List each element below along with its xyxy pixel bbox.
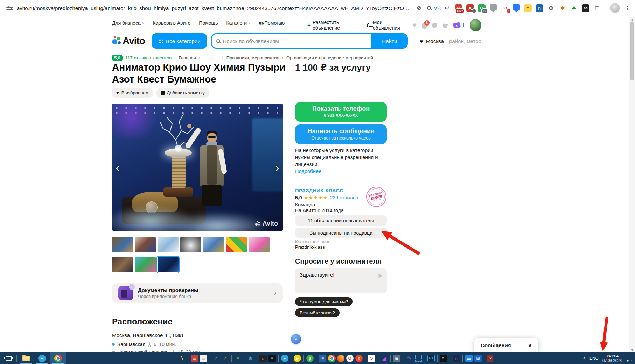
breadcrumb-item[interactable]: Праздники, мероприятия [226, 55, 279, 60]
gallery-thumbnail[interactable] [135, 257, 156, 272]
all-categories-button[interactable]: Все категории [152, 33, 207, 49]
gallery-thumbnail[interactable] [226, 237, 247, 252]
s-app-icon[interactable]: S [368, 354, 376, 362]
tools-x-icon[interactable]: × [487, 354, 493, 362]
avito-logo[interactable]: Avito [112, 35, 148, 47]
scroll-up-arrow[interactable]: ▲ [629, 18, 635, 22]
page-scrollbar[interactable]: ▲ ▼ [629, 17, 635, 352]
favorite-button[interactable]: ♥ В избранном [112, 88, 153, 98]
green-ext-icon[interactable]: G 10 [477, 4, 486, 12]
globe-ext-icon[interactable]: ⊕ [547, 4, 555, 12]
sep[interactable] [449, 354, 451, 362]
scroll-down-arrow[interactable]: ▼ [629, 348, 635, 352]
messages-panel[interactable]: Сообщения ∧ [474, 338, 538, 352]
sep[interactable] [302, 354, 305, 362]
gallery-thumbnail[interactable] [112, 237, 133, 252]
gallery-thumbnail[interactable] [158, 257, 179, 272]
telegram-pinned-button[interactable]: ▸ [34, 352, 50, 364]
action-center-icon[interactable] [626, 356, 632, 361]
red-ext-icon[interactable]: A 1 [466, 4, 474, 12]
gallery-next-button[interactable]: › [275, 162, 279, 173]
address-bar[interactable]: avito.ru/moskva/predlozheniya_uslug/anim… [17, 5, 412, 11]
nav-career[interactable]: Карьера в Авито [153, 20, 190, 26]
back-arrow-ext-icon[interactable]: ↩ [443, 4, 451, 12]
headphones-icon[interactable]: ∩ [452, 354, 460, 362]
feather-icon[interactable]: ✎ [405, 354, 413, 362]
site-settings-icon[interactable] [6, 6, 13, 11]
mail-checker-icon[interactable]: ✉ 6922 [454, 4, 463, 12]
flash-icon[interactable]: ϟ [178, 354, 186, 362]
send-icon[interactable]: ▶ [378, 272, 383, 279]
seller-reviews-link[interactable]: 239 отзывов [330, 195, 358, 200]
notes-ext-icon[interactable]: ≡ [524, 4, 532, 12]
document-icon[interactable]: ≣ [200, 354, 208, 362]
chrome-pinned-button[interactable] [50, 352, 66, 364]
sep[interactable] [424, 354, 426, 362]
snip-select-icon[interactable] [414, 354, 423, 362]
yandex-icon[interactable]: Y [355, 354, 363, 362]
seller-ads-button[interactable]: 11 объявлений пользователя [295, 215, 387, 226]
cmd-icon[interactable]: C:\ [440, 354, 448, 362]
blue-sphere-icon[interactable]: ⊕ [246, 354, 254, 362]
task-view-button[interactable] [1, 352, 15, 364]
file-explorer-button[interactable] [18, 352, 34, 364]
photoshop-icon[interactable]: Ps [427, 354, 435, 362]
gallery-thumbnail[interactable] [158, 237, 179, 252]
message-input[interactable]: Здравствуйте! [300, 272, 370, 290]
my-ads-link[interactable]: Мои объявления [367, 20, 407, 31]
collapse-chevron-icon[interactable]: ∧ [528, 342, 532, 348]
bonus-ticket[interactable]: 1 [453, 22, 465, 28]
orange-check-icon[interactable]: ✓ [221, 354, 229, 362]
sep[interactable] [230, 354, 233, 362]
nav-business[interactable]: Для бизнеса ˅ [112, 20, 144, 26]
gallery-thumbnail[interactable] [180, 237, 201, 252]
sep[interactable] [364, 354, 367, 362]
gallery-thumbnail[interactable] [135, 237, 156, 252]
quick-question-chip[interactable]: Возьмёте заказ? [295, 308, 340, 317]
utorrent-icon[interactable]: µ [306, 354, 314, 362]
gallery-thumbnail[interactable] [203, 237, 224, 252]
breadcrumb-item[interactable]: Организация и проведение мероприятий [286, 55, 373, 60]
n-ext-icon[interactable]: n [535, 4, 544, 12]
more-link[interactable]: Подробнее [295, 169, 321, 174]
notifications-bell-icon[interactable]: 6 [422, 23, 427, 28]
gray-shield-icon[interactable] [489, 4, 497, 12]
sep[interactable] [243, 354, 245, 362]
find-button[interactable]: Найти [371, 33, 408, 49]
app-window-icon[interactable]: ■ [319, 354, 327, 362]
subscribed-button[interactable]: Вы подписаны на продавца [295, 228, 387, 238]
sep[interactable] [277, 354, 280, 362]
sep[interactable] [436, 354, 439, 362]
nav-help[interactable]: Помощь [199, 20, 218, 26]
dark-app-icon[interactable]: ☼ [259, 354, 267, 362]
sep[interactable] [315, 354, 318, 362]
breadcrumb-item[interactable]: Главная [179, 55, 196, 60]
chrome-taskbar-icon[interactable] [328, 354, 336, 362]
magenta-wedge-icon[interactable]: ◢ [380, 354, 388, 362]
client-reviews-link[interactable]: 117 отзывов клиентов [125, 55, 172, 60]
search-input[interactable] [223, 34, 371, 48]
photo-viewer-icon[interactable]: ■ [268, 354, 276, 362]
sep[interactable] [256, 354, 258, 362]
green-tree-icon[interactable]: ♣ [570, 4, 578, 12]
system-clock[interactable]: 3:41:04 07.03.2026 [602, 354, 622, 363]
display-icon[interactable]: ▬ [465, 354, 473, 362]
breadcrumb-item[interactable]: … [203, 55, 208, 60]
calculator-icon[interactable]: ⊞ [393, 354, 401, 362]
sep[interactable] [187, 354, 189, 362]
green-x-icon[interactable]: × [234, 354, 242, 362]
gallery-thumbnail[interactable] [112, 257, 133, 272]
browser-profile-avatar[interactable] [610, 3, 620, 13]
messages-icon[interactable] [432, 23, 437, 28]
language-indicator[interactable]: ENG [589, 356, 599, 361]
favorites-heart-icon[interactable]: ♥ [412, 22, 417, 29]
quick-question-chip[interactable]: Что нужно для заказа? [295, 297, 353, 306]
eyes-ext-icon[interactable]: oo [581, 4, 590, 12]
sep[interactable] [402, 354, 404, 362]
breadcrumb-item[interactable]: … [215, 55, 219, 60]
floating-widget[interactable]: ⌄ [291, 334, 301, 344]
vimium-icon[interactable]: V [431, 4, 440, 12]
nav-catalogs[interactable]: Каталоги ˅ [226, 20, 250, 26]
opera-icon[interactable]: O [346, 354, 354, 362]
blue-shield-icon[interactable] [512, 4, 521, 12]
